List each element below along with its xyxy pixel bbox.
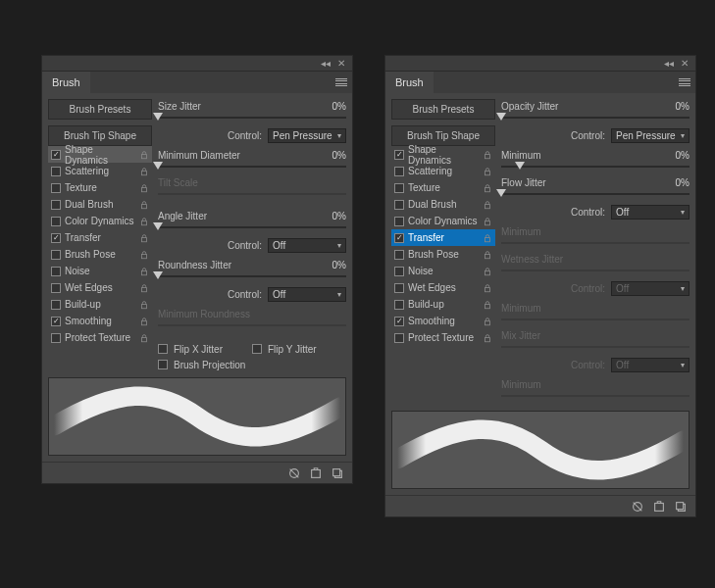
brush-presets-button[interactable]: Brush Presets [48, 99, 152, 120]
checkbox-dual[interactable] [394, 200, 404, 210]
toggle-preview-icon[interactable] [631, 500, 644, 514]
sidebar-item-noise[interactable]: Noise [391, 263, 495, 279]
sidebar-item-protect[interactable]: Protect Texture [48, 329, 152, 346]
opacity-min-value[interactable]: 0% [676, 150, 689, 161]
roundness-control-select[interactable]: Off▾ [268, 287, 346, 302]
new-doc-icon[interactable] [674, 500, 688, 514]
lock-icon[interactable] [483, 267, 492, 276]
lock-icon[interactable] [483, 283, 492, 293]
lock-icon[interactable] [139, 233, 149, 243]
sidebar-item-shape[interactable]: Shape Dynamics [48, 146, 152, 163]
lock-icon[interactable] [139, 333, 149, 343]
sidebar-item-protect[interactable]: Protect Texture [391, 329, 495, 346]
sidebar-item-build[interactable]: Build-up [48, 296, 152, 313]
sidebar-item-pose[interactable]: Brush Pose [391, 246, 495, 263]
lock-icon[interactable] [139, 283, 149, 293]
tab-brush[interactable]: Brush [42, 72, 90, 93]
brush-presets-button[interactable]: Brush Presets [391, 99, 495, 120]
lock-icon[interactable] [483, 317, 492, 326]
checkbox-build[interactable] [394, 300, 404, 310]
checkbox-scatter[interactable] [51, 167, 61, 176]
sidebar-item-transfer[interactable]: Transfer [48, 229, 152, 246]
flip-x-checkbox[interactable] [158, 344, 168, 354]
sidebar-item-wet[interactable]: Wet Edges [391, 279, 495, 296]
flow-jitter-value[interactable]: 0% [676, 177, 689, 188]
sidebar-item-texture[interactable]: Texture [391, 179, 495, 196]
angle-control-select[interactable]: Off▾ [268, 238, 346, 253]
min-diameter-slider[interactable] [158, 162, 346, 172]
checkbox-shape[interactable] [51, 150, 61, 160]
lock-icon[interactable] [139, 250, 149, 260]
checkbox-dual[interactable] [51, 200, 61, 210]
checkbox-wet[interactable] [394, 283, 404, 293]
lock-icon[interactable] [139, 300, 149, 310]
sidebar-item-noise[interactable]: Noise [48, 263, 152, 279]
flow-jitter-slider[interactable] [501, 189, 689, 199]
close-icon[interactable]: ✕ [336, 59, 346, 69]
checkbox-pose[interactable] [51, 250, 61, 260]
size-jitter-value[interactable]: 0% [332, 101, 346, 112]
tab-brush[interactable]: Brush [385, 72, 434, 93]
lock-icon[interactable] [139, 167, 149, 176]
sidebar-item-color[interactable]: Color Dynamics [391, 213, 495, 229]
sidebar-item-smooth[interactable]: Smoothing [391, 313, 495, 329]
opacity-min-slider[interactable] [501, 162, 689, 172]
opacity-jitter-slider[interactable] [501, 113, 689, 122]
lock-icon[interactable] [483, 217, 492, 226]
opacity-control-select[interactable]: Pen Pressure▾ [611, 128, 689, 143]
panel-menu-icon[interactable] [674, 72, 695, 93]
checkbox-scatter[interactable] [394, 167, 404, 176]
lock-icon[interactable] [483, 200, 492, 210]
lock-icon[interactable] [483, 150, 492, 160]
checkbox-color[interactable] [394, 217, 404, 226]
sidebar-item-dual[interactable]: Dual Brush [391, 196, 495, 213]
checkbox-color[interactable] [51, 217, 61, 226]
checkbox-smooth[interactable] [51, 317, 61, 326]
checkbox-protect[interactable] [394, 333, 404, 343]
checkbox-wet[interactable] [51, 283, 61, 293]
lock-icon[interactable] [139, 150, 149, 160]
sidebar-item-smooth[interactable]: Smoothing [48, 313, 152, 329]
checkbox-transfer[interactable] [394, 233, 404, 243]
checkbox-shape[interactable] [394, 150, 404, 160]
size-control-select[interactable]: Pen Pressure▾ [268, 128, 346, 143]
sidebar-item-transfer[interactable]: Transfer [391, 229, 495, 246]
min-diameter-value[interactable]: 0% [332, 150, 346, 161]
sidebar-item-dual[interactable]: Dual Brush [48, 196, 152, 213]
sidebar-item-texture[interactable]: Texture [48, 179, 152, 196]
size-jitter-slider[interactable] [158, 113, 346, 122]
lock-icon[interactable] [483, 300, 492, 310]
lock-icon[interactable] [139, 217, 149, 226]
sidebar-item-color[interactable]: Color Dynamics [48, 213, 152, 229]
new-preset-icon[interactable] [652, 500, 666, 514]
flow-control-select[interactable]: Off▾ [611, 205, 689, 220]
close-icon[interactable]: ✕ [680, 59, 689, 69]
lock-icon[interactable] [483, 233, 492, 243]
new-doc-icon[interactable] [331, 466, 344, 480]
sidebar-item-pose[interactable]: Brush Pose [48, 246, 152, 263]
sidebar-item-wet[interactable]: Wet Edges [48, 279, 152, 296]
checkbox-pose[interactable] [394, 250, 404, 260]
lock-icon[interactable] [139, 317, 149, 326]
angle-jitter-value[interactable]: 0% [332, 211, 346, 221]
lock-icon[interactable] [483, 250, 492, 260]
lock-icon[interactable] [483, 333, 492, 343]
opacity-jitter-value[interactable]: 0% [676, 101, 689, 112]
sidebar-item-shape[interactable]: Shape Dynamics [391, 146, 495, 163]
sidebar-item-scatter[interactable]: Scattering [391, 163, 495, 179]
collapse-icon[interactable]: ◂◂ [321, 59, 331, 69]
lock-icon[interactable] [139, 267, 149, 276]
lock-icon[interactable] [139, 200, 149, 210]
angle-jitter-slider[interactable] [158, 222, 346, 232]
sidebar-item-build[interactable]: Build-up [391, 296, 495, 313]
panel-menu-icon[interactable] [331, 72, 352, 93]
lock-icon[interactable] [139, 183, 149, 193]
checkbox-texture[interactable] [394, 183, 404, 193]
lock-icon[interactable] [483, 183, 492, 193]
checkbox-noise[interactable] [51, 267, 61, 276]
checkbox-transfer[interactable] [51, 233, 61, 243]
collapse-icon[interactable]: ◂◂ [664, 59, 674, 69]
checkbox-build[interactable] [51, 300, 61, 310]
sidebar-item-scatter[interactable]: Scattering [48, 163, 152, 179]
new-preset-icon[interactable] [309, 466, 323, 480]
